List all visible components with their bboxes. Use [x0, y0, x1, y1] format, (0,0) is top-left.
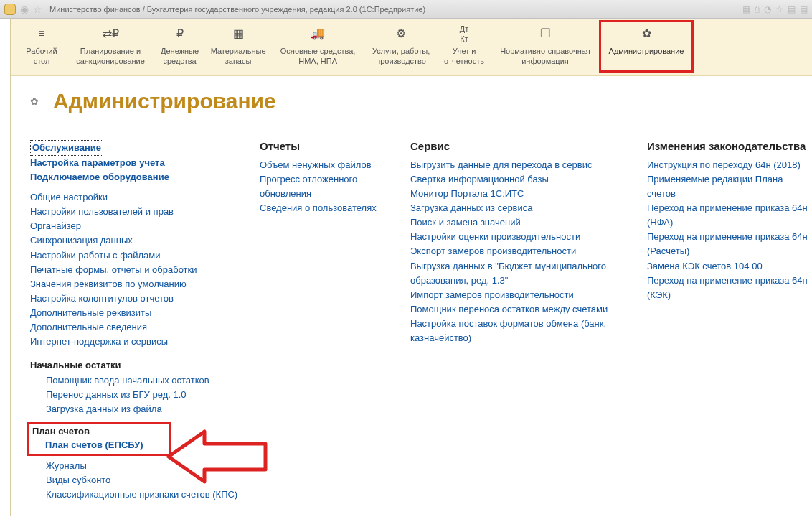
nav-link[interactable]: Инструкция по переходу 64н (2018) — [647, 158, 812, 172]
nav-link[interactable]: Монитор Портала 1С:ИТС — [410, 187, 625, 201]
link-equipment[interactable]: Подключаемое оборудование — [30, 170, 238, 185]
page-title: Администрирование — [53, 89, 276, 113]
nav-link[interactable]: Переход на применение приказа 64н (КЭК) — [647, 274, 812, 302]
toolbar-icon[interactable]: ◔ — [764, 4, 771, 14]
nav-link[interactable]: Перенос данных из БГУ ред. 1.0 — [46, 388, 238, 402]
section-accounting[interactable]: ДтКт Учет и отчетность — [441, 24, 487, 68]
gear-icon: ✿ — [642, 26, 651, 42]
nav-link[interactable]: Общие настройки — [30, 190, 238, 205]
toolbar-icon[interactable]: ▤ — [788, 4, 796, 14]
debit-credit-icon: ДтКт — [460, 26, 469, 42]
section-fixed-assets[interactable]: 🚚 Основные средства, НМА, НПА — [275, 24, 361, 68]
nav-link[interactable]: Настройка колонтитулов отчетов — [30, 292, 238, 306]
section-reference[interactable]: ❐ Нормативно-справочная информация — [491, 24, 599, 68]
page-body: ✿ Администрирование Обслуживание Настрой… — [11, 76, 812, 516]
nav-link[interactable]: Переход на применение приказа 64н (Расче… — [647, 230, 812, 258]
window-title: Министерство финансов / Бухгалтерия госу… — [49, 5, 738, 14]
nav-link[interactable]: Выгрузить данные для перехода в сервис — [410, 158, 625, 172]
nav-link[interactable]: Дополнительные реквизиты — [30, 306, 238, 320]
section-money[interactable]: ₽ Денежные средства — [158, 24, 202, 68]
nav-link[interactable]: Органайзер — [30, 219, 238, 233]
subheader-initial-balance: Начальные остатки — [30, 360, 238, 370]
columns: Обслуживание Настройка параметров учета … — [30, 140, 793, 503]
nav-link[interactable]: Настройки оценки производительности — [410, 230, 625, 244]
nav-link[interactable]: Печатные формы, отчеты и обработки — [30, 263, 238, 277]
section-desktop[interactable]: ≡ Рабочий стол — [20, 24, 63, 68]
gear-icon[interactable]: ✿ — [30, 95, 39, 107]
nav-link[interactable]: Виды субконто — [46, 473, 238, 488]
nav-link[interactable]: Прогресс отложенного обновления — [260, 172, 389, 201]
section-title-service: Сервис — [410, 140, 625, 152]
nav-link[interactable]: Дополнительные сведения — [30, 320, 238, 335]
section-toolbar: ≡ Рабочий стол ⇄₽ Планирование и санкцио… — [11, 19, 812, 76]
cart-icon: ⇄₽ — [103, 26, 119, 42]
column-left: Обслуживание Настройка параметров учета … — [30, 140, 238, 503]
nav-link[interactable]: Настройки пользователей и прав — [30, 205, 238, 219]
nav-link[interactable]: Настройка поставок форматов обмена (банк… — [410, 317, 625, 345]
nav-link[interactable]: Поиск и замена значений — [410, 215, 625, 230]
column-reports: Отчеты Объем ненужных файлов Прогресс от… — [260, 140, 389, 503]
column-legislation: Изменения законодательства Инструкция по… — [647, 140, 812, 503]
column-service: Сервис Выгрузить данные для перехода в с… — [410, 140, 625, 503]
window-controls: ▦ ⎙ ◔ ☆ ▤ ▤ — [742, 4, 808, 14]
ruble-icon: ₽ — [176, 26, 184, 42]
toolbar-icon[interactable]: ☆ — [775, 4, 783, 14]
nav-link[interactable]: Сведения о пользователях — [260, 201, 389, 215]
nav-link[interactable]: Объем ненужных файлов — [260, 158, 389, 172]
favorite-icon[interactable]: ☆ — [33, 4, 42, 15]
truck-icon: 🚚 — [311, 26, 325, 42]
section-title-legislation: Изменения законодательства — [647, 140, 812, 152]
toolbar-icon[interactable]: ⎙ — [755, 4, 760, 14]
nav-link[interactable]: Значения реквизитов по умолчанию — [30, 277, 238, 292]
section-planning[interactable]: ⇄₽ Планирование и санкционирование — [67, 24, 154, 68]
nav-link[interactable]: Помощник переноса остатков между счетами — [410, 302, 625, 317]
section-services[interactable]: ⚙︎ Услуги, работы, производство — [365, 24, 437, 68]
boxes-icon: ▦ — [233, 26, 244, 42]
app-icon — [4, 4, 16, 15]
section-administration[interactable]: ✿ Администрирование — [603, 24, 689, 68]
page-header: ✿ Администрирование — [30, 89, 793, 118]
nav-link[interactable]: Импорт замеров производительности — [410, 288, 625, 302]
nav-link[interactable]: Настройки работы с файлами — [30, 248, 238, 263]
highlight-plan-box: План счетов План счетов (ЕПСБУ) — [27, 422, 171, 456]
link-plan-epsbu[interactable]: План счетов (ЕПСБУ) — [45, 438, 163, 452]
toolbar-icon[interactable]: ▤ — [800, 4, 808, 14]
nav-link[interactable]: Интернет-поддержка и сервисы — [30, 335, 238, 349]
window-titlebar: ◉ ☆ Министерство финансов / Бухгалтерия … — [0, 0, 812, 19]
toolbar-icon[interactable]: ▦ — [742, 4, 750, 14]
nav-link[interactable]: Свертка информационной базы — [410, 172, 625, 187]
nav-link[interactable]: Загрузка данных из сервиса — [410, 201, 625, 215]
copy-icon: ❐ — [540, 26, 550, 42]
subheader-chart-accounts: План счетов — [32, 426, 163, 437]
nav-link[interactable]: Классификационные признаки счетов (КПС) — [46, 488, 238, 502]
nav-link[interactable]: Помощник ввода начальных остатков — [46, 373, 238, 388]
section-title-reports: Отчеты — [260, 140, 389, 152]
nav-link[interactable]: Применяемые редакции Плана счетов — [647, 172, 812, 201]
section-materials[interactable]: ▦ Материальные запасы — [206, 24, 270, 68]
app-frame: ≡ Рабочий стол ⇄₽ Планирование и санкцио… — [10, 19, 812, 516]
link-maintenance[interactable]: Обслуживание — [30, 140, 103, 156]
nav-link[interactable]: Синхронизация данных — [30, 233, 238, 248]
nav-link[interactable]: Журналы — [46, 459, 238, 473]
nav-back-icon[interactable]: ◉ — [20, 4, 29, 15]
nav-link[interactable]: Переход на применение приказа 64н (НФА) — [647, 201, 812, 230]
nav-link[interactable]: Загрузка данных из файла — [46, 402, 238, 416]
nav-link[interactable]: Замена КЭК счетов 104 00 — [647, 259, 812, 274]
hamburger-icon: ≡ — [38, 26, 44, 42]
nav-link[interactable]: Экспорт замеров производительности — [410, 244, 625, 258]
link-settings[interactable]: Настройка параметров учета — [30, 156, 238, 170]
sliders-icon: ⚙︎ — [396, 26, 406, 42]
nav-link[interactable]: Выгрузка данных в "Бюджет муниципального… — [410, 259, 625, 288]
